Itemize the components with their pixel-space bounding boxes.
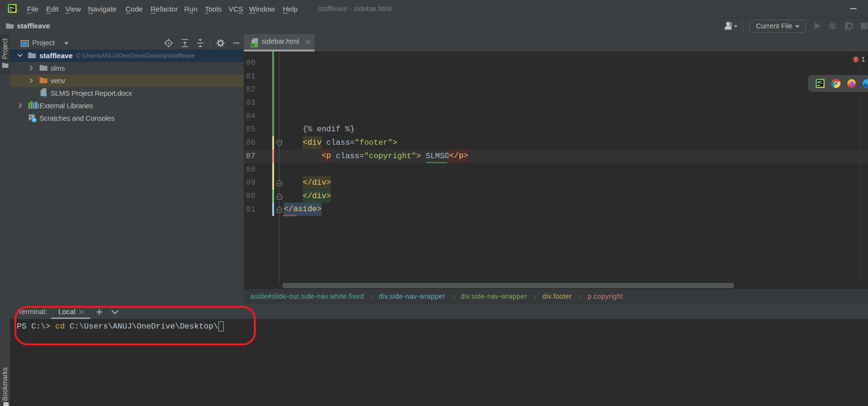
svg-text:H: H <box>252 43 254 48</box>
svg-text:PC: PC <box>818 81 822 84</box>
svg-text:PC: PC <box>10 6 14 10</box>
svg-text:?: ? <box>44 92 48 98</box>
